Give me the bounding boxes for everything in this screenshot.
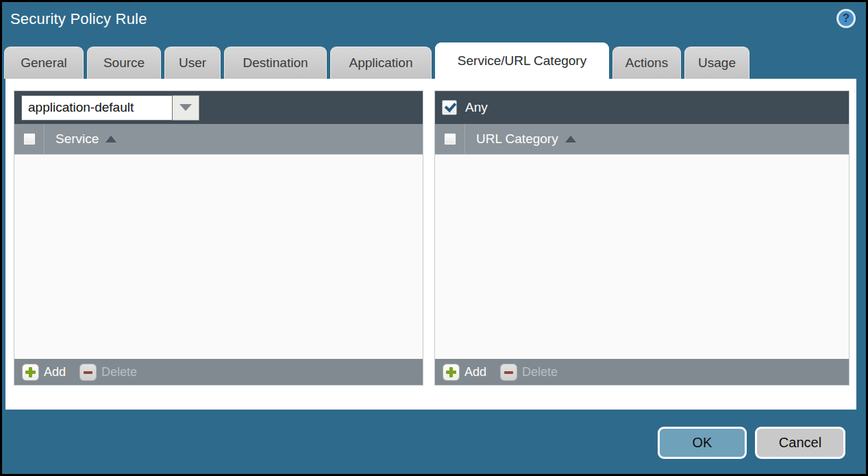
url-category-add-button[interactable]: Add — [443, 364, 486, 381]
service-panel: application-default Service Add — [14, 90, 423, 386]
service-add-button[interactable]: Add — [22, 364, 66, 381]
service-type-value[interactable]: application-default — [21, 95, 173, 121]
url-category-select-all-checkbox[interactable] — [444, 133, 456, 145]
minus-icon — [500, 364, 517, 381]
plus-icon — [443, 364, 460, 381]
service-list-empty[interactable] — [14, 155, 423, 359]
url-category-select-all-cell — [435, 124, 465, 154]
any-label: Any — [465, 100, 488, 115]
service-footer: Add Delete — [14, 359, 423, 385]
tab-usage[interactable]: Usage — [684, 47, 749, 79]
url-category-toolbar: Any — [435, 91, 849, 124]
any-checkbox[interactable] — [442, 100, 457, 115]
service-select-all-checkbox[interactable] — [23, 133, 36, 145]
service-column-label: Service — [55, 131, 99, 147]
tab-destination[interactable]: Destination — [224, 47, 327, 79]
service-delete-label: Delete — [101, 365, 137, 379]
chevron-down-icon — [179, 104, 192, 111]
service-select-all-cell — [14, 124, 45, 154]
dialog-title: Security Policy Rule — [10, 10, 147, 28]
url-category-column-label: URL Category — [476, 131, 558, 147]
service-column-header[interactable]: Service — [55, 131, 116, 147]
cancel-button[interactable]: Cancel — [755, 427, 845, 459]
service-add-label: Add — [44, 365, 66, 379]
sort-ascending-icon — [565, 136, 576, 142]
url-category-delete-button[interactable]: Delete — [500, 364, 558, 381]
url-category-panel: Any URL Category Add Delete — [434, 90, 850, 386]
url-category-column-header[interactable]: URL Category — [476, 131, 576, 147]
tab-source[interactable]: Source — [87, 47, 161, 79]
tab-bar: General Source User Destination Applicat… — [4, 42, 749, 79]
url-category-list-empty[interactable] — [435, 155, 849, 359]
dropdown-button[interactable] — [173, 95, 199, 121]
tab-user[interactable]: User — [164, 47, 221, 79]
tab-content-area: application-default Service Add — [5, 79, 856, 410]
help-icon[interactable]: ? — [836, 9, 856, 28]
url-category-delete-label: Delete — [522, 365, 558, 379]
service-toolbar: application-default — [14, 91, 423, 124]
plus-icon — [22, 364, 39, 381]
url-category-column-header-row: URL Category — [435, 124, 849, 155]
minus-icon — [79, 364, 97, 381]
tab-actions[interactable]: Actions — [612, 47, 681, 79]
tab-application[interactable]: Application — [330, 47, 432, 79]
service-delete-button[interactable]: Delete — [79, 364, 137, 381]
tab-service-url-category[interactable]: Service/URL Category — [435, 42, 609, 79]
ok-button[interactable]: OK — [658, 427, 747, 459]
service-type-dropdown[interactable]: application-default — [21, 95, 199, 121]
sort-ascending-icon — [106, 136, 116, 142]
tab-general[interactable]: General — [4, 47, 84, 79]
url-category-footer: Add Delete — [435, 359, 849, 385]
service-column-header-row: Service — [14, 124, 423, 155]
url-category-add-label: Add — [464, 365, 486, 379]
